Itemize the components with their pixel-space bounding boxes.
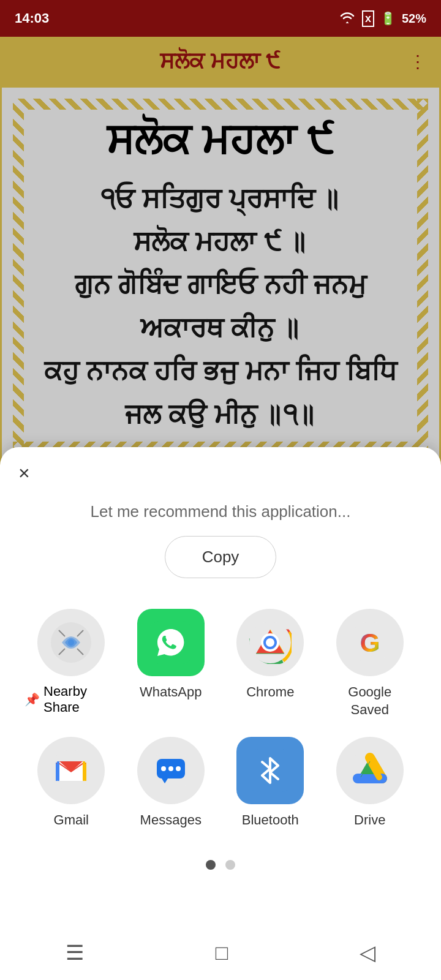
hamburger-icon[interactable]: ☰ bbox=[66, 940, 84, 965]
status-icons: x 🔋 52% bbox=[339, 10, 426, 27]
google-saved-icon: G G bbox=[336, 609, 404, 676]
content-area: ਸਲੋਕ ਮਹਲਾ ੯ ੧ਓ ਸਤਿਗੁਰ ਪ੍ਰਸਾਦਿ ॥ ਸਲੋਕ ਮਹਲ… bbox=[0, 86, 441, 466]
page-dots bbox=[206, 860, 235, 870]
sim-icon: x bbox=[362, 10, 374, 27]
drive-label: Drive bbox=[354, 812, 385, 829]
scripture-title: ਸਲੋਕ ਮਹਲਾ ੯ bbox=[44, 115, 397, 165]
chrome-icon bbox=[236, 609, 304, 676]
nearby-share-label: 📌 Nearby Share bbox=[24, 684, 118, 715]
menu-icon[interactable]: ⋮ bbox=[409, 51, 426, 72]
wifi-icon bbox=[339, 10, 356, 27]
whatsapp-label: WhatsApp bbox=[140, 684, 202, 701]
svg-rect-20 bbox=[57, 761, 59, 781]
close-button[interactable]: × bbox=[18, 462, 30, 484]
share-item-gmail[interactable]: Gmail bbox=[24, 737, 118, 829]
home-icon[interactable]: □ bbox=[216, 941, 228, 965]
share-item-whatsapp[interactable]: WhatsApp bbox=[124, 609, 218, 718]
recommend-text: Let me recommend this application... bbox=[91, 502, 351, 521]
bluetooth-icon bbox=[236, 737, 304, 804]
scripture-line-1: ੧ਓ ਸਤਿਗੁਰ ਪ੍ਰਸਾਦਿ ॥ bbox=[44, 178, 397, 221]
svg-point-1 bbox=[68, 639, 74, 646]
app-title: ਸਲੋਕ ਮਹਲਾ ੯ bbox=[160, 48, 281, 74]
dot-1 bbox=[206, 860, 216, 870]
gmail-icon bbox=[37, 737, 105, 804]
time: 14:03 bbox=[15, 10, 49, 26]
svg-rect-21 bbox=[83, 761, 85, 781]
scripture-line-3b: ਅਕਾਰਥ ਕੀਨੁ ॥ bbox=[44, 307, 397, 350]
share-item-nearby[interactable]: 📌 Nearby Share bbox=[24, 609, 118, 718]
scripture-line-2: ਸਲੋਕ ਮਹਲਾ ੯ ॥ bbox=[44, 221, 397, 263]
app-header: ਸਲੋਕ ਮਹਲਾ ੯ ⋮ bbox=[0, 37, 441, 86]
bottom-sheet: × Let me recommend this application... C… bbox=[0, 447, 441, 980]
svg-point-26 bbox=[176, 766, 181, 771]
whatsapp-icon bbox=[137, 609, 205, 676]
scripture-line-4b: ਜਲ ਕਉ ਮੀਨੁ ॥੧॥ bbox=[44, 393, 397, 436]
share-item-drive[interactable]: Drive bbox=[323, 737, 417, 829]
scripture-text: ਸਲੋਕ ਮਹਲਾ ੯ ੧ਓ ਸਤਿਗੁਰ ਪ੍ਰਸਾਦਿ ॥ ਸਲੋਕ ਮਹਲ… bbox=[20, 97, 421, 454]
nearby-share-icon bbox=[37, 609, 105, 676]
share-item-bluetooth[interactable]: Bluetooth bbox=[224, 737, 317, 829]
gmail-label: Gmail bbox=[54, 812, 89, 829]
bottom-nav: ☰ □ ◁ bbox=[0, 925, 441, 980]
drive-icon bbox=[336, 737, 404, 804]
back-icon[interactable]: ◁ bbox=[360, 940, 375, 965]
svg-point-14 bbox=[266, 638, 274, 647]
messages-icon bbox=[137, 737, 205, 804]
bluetooth-label: Bluetooth bbox=[242, 812, 299, 829]
share-item-messages[interactable]: Messages bbox=[124, 737, 218, 829]
status-bar: 14:03 x 🔋 52% bbox=[0, 0, 441, 37]
share-grid: 📌 Nearby Share WhatsApp bbox=[18, 609, 423, 829]
chrome-label: Chrome bbox=[246, 684, 294, 701]
battery-percent: 52% bbox=[402, 12, 426, 26]
dot-2 bbox=[225, 860, 235, 870]
battery-icon: 🔋 bbox=[380, 11, 396, 26]
messages-label: Messages bbox=[140, 812, 202, 829]
google-saved-label: GoogleSaved bbox=[348, 684, 391, 718]
svg-text:G: G bbox=[360, 628, 380, 657]
scripture-line-4: ਕਹੁ ਨਾਨਕ ਹਰਿ ਭਜੁ ਮਨਾ ਜਿਹ ਬਿਧਿ bbox=[44, 350, 397, 393]
share-item-google-saved[interactable]: G G GoogleSaved bbox=[323, 609, 417, 718]
svg-point-24 bbox=[161, 766, 166, 771]
scripture-body: ੧ਓ ਸਤਿਗੁਰ ਪ੍ਰਸਾਦਿ ॥ ਸਲੋਕ ਮਹਲਾ ੯ ॥ ਗੁਨ ਗੋ… bbox=[44, 178, 397, 436]
scripture-line-3: ਗੁਨ ਗੋਬਿੰਦ ਗਾਇਓ ਨਹੀ ਜਨਮੁ bbox=[44, 263, 397, 306]
svg-point-25 bbox=[168, 766, 173, 771]
copy-button[interactable]: Copy bbox=[165, 536, 277, 578]
share-item-chrome[interactable]: Chrome bbox=[224, 609, 317, 718]
